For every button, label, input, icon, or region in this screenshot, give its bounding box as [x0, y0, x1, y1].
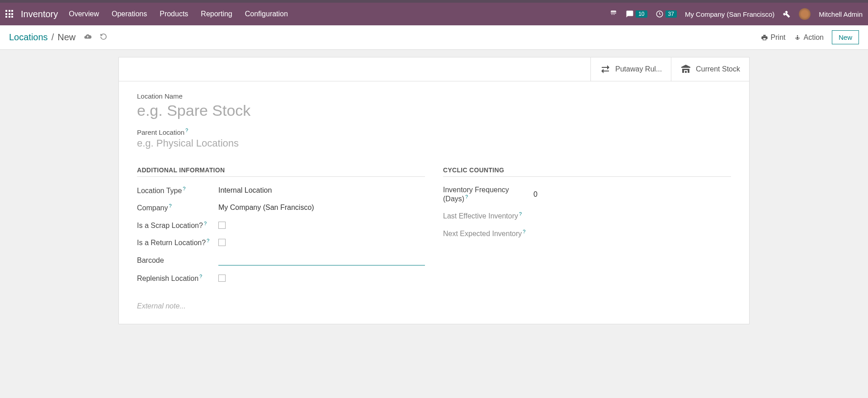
putaway-rules-button[interactable]: Putaway Rul... — [590, 57, 671, 81]
section-additional-info: ADDITIONAL INFORMATION — [137, 166, 425, 177]
main-navbar: Inventory Overview Operations Products R… — [0, 3, 868, 25]
scrap-location-checkbox[interactable] — [218, 222, 226, 229]
help-icon[interactable]: ? — [185, 128, 188, 133]
current-stock-label: Current Stock — [696, 65, 740, 73]
help-icon[interactable]: ? — [465, 194, 468, 199]
action-label: Action — [804, 33, 824, 42]
breadcrumb-root[interactable]: Locations — [9, 32, 48, 43]
phone-icon[interactable] — [609, 10, 618, 18]
replenish-location-checkbox[interactable] — [218, 275, 226, 282]
nav-products[interactable]: Products — [160, 10, 188, 18]
barcode-label: Barcode — [137, 256, 218, 265]
help-icon[interactable]: ? — [204, 221, 207, 226]
help-icon[interactable]: ? — [207, 238, 209, 243]
activity-badge: 37 — [665, 10, 677, 18]
help-icon[interactable]: ? — [523, 229, 525, 234]
return-location-label: Is a Return Location?? — [137, 238, 218, 247]
nav-configuration[interactable]: Configuration — [245, 10, 288, 18]
print-label: Print — [771, 33, 786, 42]
inventory-frequency-value[interactable]: 0 — [533, 190, 731, 199]
help-icon[interactable]: ? — [183, 186, 185, 191]
company-value[interactable]: My Company (San Francisco) — [218, 204, 425, 212]
location-type-label: Location Type? — [137, 186, 218, 195]
help-icon[interactable]: ? — [169, 203, 171, 208]
location-type-value[interactable]: Internal Location — [218, 186, 425, 194]
inventory-frequency-label: Inventory Frequency (Days)? — [443, 186, 533, 203]
svg-point-1 — [797, 37, 798, 38]
last-effective-inventory-label: Last Effective Inventory? — [443, 211, 533, 220]
section-cyclic-counting: CYCLIC COUNTING — [443, 166, 731, 177]
tools-icon[interactable] — [783, 10, 791, 18]
activity-icon[interactable]: 37 — [656, 10, 677, 18]
company-switcher[interactable]: My Company (San Francisco) — [685, 10, 774, 18]
messaging-icon[interactable]: 10 — [626, 10, 647, 18]
help-icon[interactable]: ? — [199, 274, 202, 279]
form-sheet: Putaway Rul... Current Stock Location Na… — [118, 57, 750, 324]
nav-menu: Overview Operations Products Reporting C… — [69, 10, 288, 18]
breadcrumb-separator: / — [52, 32, 54, 43]
nav-operations[interactable]: Operations — [112, 10, 147, 18]
action-button[interactable]: Action — [794, 33, 824, 42]
scrap-location-label: Is a Scrap Location?? — [137, 221, 218, 230]
parent-location-input[interactable] — [137, 137, 731, 149]
next-expected-inventory-label: Next Expected Inventory? — [443, 229, 533, 238]
current-stock-button[interactable]: Current Stock — [671, 57, 749, 81]
external-note-input[interactable] — [137, 302, 425, 310]
replenish-location-label: Replenish Location? — [137, 274, 218, 283]
help-icon[interactable]: ? — [519, 211, 522, 217]
user-name[interactable]: Mitchell Admin — [819, 10, 863, 18]
barcode-input[interactable] — [218, 255, 425, 265]
location-name-label: Location Name — [137, 92, 731, 100]
messaging-badge: 10 — [636, 10, 647, 18]
app-brand[interactable]: Inventory — [21, 9, 58, 19]
user-avatar[interactable] — [799, 8, 811, 20]
location-name-input[interactable] — [137, 102, 731, 119]
return-location-checkbox[interactable] — [218, 239, 226, 246]
breadcrumb: Locations / New — [9, 32, 107, 43]
apps-menu-icon[interactable] — [5, 10, 14, 18]
print-button[interactable]: Print — [761, 33, 786, 42]
nav-overview[interactable]: Overview — [69, 10, 99, 18]
button-box: Putaway Rul... Current Stock — [119, 57, 749, 81]
breadcrumb-current: New — [57, 32, 75, 43]
nav-reporting[interactable]: Reporting — [201, 10, 232, 18]
discard-icon[interactable] — [100, 33, 107, 42]
control-bar: Locations / New Print Action New — [0, 25, 868, 50]
company-label: Company? — [137, 203, 218, 212]
parent-location-label: Parent Location? — [137, 128, 188, 136]
save-cloud-icon[interactable] — [84, 33, 92, 43]
new-button[interactable]: New — [832, 30, 859, 44]
putaway-rules-label: Putaway Rul... — [615, 65, 662, 73]
